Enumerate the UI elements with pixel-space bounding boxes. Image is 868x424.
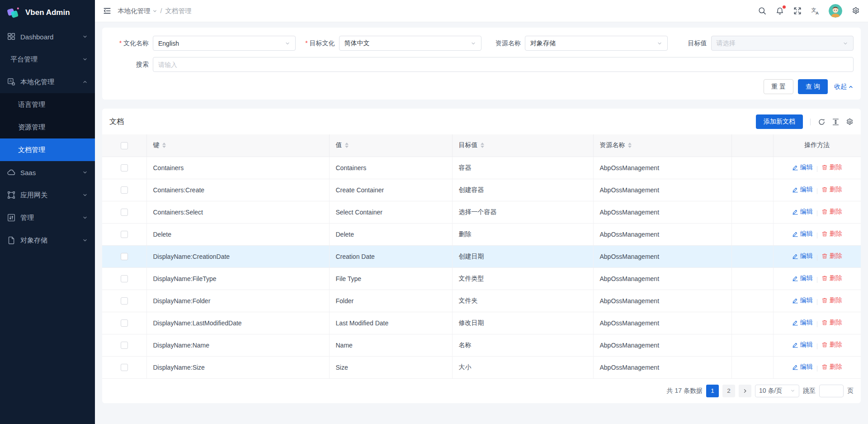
breadcrumb: 本地化管理 / 文档管理 <box>118 7 192 15</box>
dashboard-icon <box>7 33 15 41</box>
next-page-button[interactable] <box>739 385 751 397</box>
delete-button[interactable]: 删除 <box>821 230 842 238</box>
sidebar-item-management[interactable]: 管理 <box>0 206 95 229</box>
settings-gear-icon[interactable] <box>852 7 860 15</box>
row-checkbox[interactable] <box>121 342 128 349</box>
sidebar-item-localization[interactable]: A本地化管理 <box>0 71 95 93</box>
reset-button[interactable]: 重 置 <box>764 79 793 94</box>
translate-icon[interactable]: 文 A <box>811 7 819 15</box>
delete-button[interactable]: 删除 <box>821 296 842 305</box>
edit-button[interactable]: 编辑 <box>792 230 813 238</box>
pencil-icon <box>792 253 798 259</box>
action-divider <box>817 299 817 305</box>
chevron-up-icon <box>82 79 88 85</box>
cell-resource-name: AbpOssManagement <box>593 312 731 334</box>
row-checkbox[interactable] <box>121 364 128 371</box>
action-divider <box>817 166 817 172</box>
pencil-icon <box>792 342 798 348</box>
sidebar-item-label: 资源管理 <box>18 123 88 132</box>
table-settings-gear-icon[interactable] <box>846 118 854 126</box>
pencil-icon <box>792 164 798 171</box>
filter-row-1: 文化名称 English 目标文化 简体中文 <box>109 36 854 51</box>
table-header-row: 键 值 目标值 资源名称 操作方法 <box>102 134 861 157</box>
fullscreen-icon[interactable] <box>793 7 802 15</box>
page-button-2[interactable]: 2 <box>722 385 735 397</box>
select-all-checkbox[interactable] <box>121 142 128 149</box>
breadcrumb-separator: / <box>160 7 162 14</box>
edit-button[interactable]: 编辑 <box>792 319 813 327</box>
cell-key: DisplayName:Name <box>146 334 329 356</box>
row-checkbox[interactable] <box>121 209 128 216</box>
sort-icon[interactable] <box>345 143 349 148</box>
edit-button[interactable]: 编辑 <box>792 296 813 305</box>
target-culture-select[interactable]: 简体中文 <box>339 36 482 51</box>
notification-bell-icon[interactable] <box>776 7 784 15</box>
breadcrumb-parent[interactable]: 本地化管理 <box>118 7 157 15</box>
sort-icon[interactable] <box>162 143 166 148</box>
delete-button[interactable]: 删除 <box>821 252 842 260</box>
sidebar-item-label: 应用网关 <box>20 191 82 200</box>
collapse-filter-link[interactable]: 收起 <box>834 83 854 91</box>
query-button[interactable]: 查 询 <box>798 79 828 94</box>
jump-page-input[interactable] <box>819 385 844 397</box>
edit-button[interactable]: 编辑 <box>792 208 813 216</box>
table-row: DisplayName:CreationDateCreation Date创建日… <box>102 245 861 267</box>
app-logo[interactable]: Vben Admin <box>0 0 95 25</box>
logo-icon <box>6 6 21 19</box>
svg-text:A: A <box>816 10 819 15</box>
target-value-select[interactable]: 请选择 <box>711 36 854 51</box>
sidebar-item-language[interactable]: 语言管理 <box>0 93 95 116</box>
sidebar-item-oss[interactable]: 对象存储 <box>0 229 95 252</box>
page-size-value: 10 条/页 <box>759 387 782 395</box>
add-document-button[interactable]: 添加新文档 <box>756 114 803 129</box>
edit-button[interactable]: 编辑 <box>792 186 813 194</box>
refresh-icon[interactable] <box>818 118 826 126</box>
delete-button[interactable]: 删除 <box>821 208 842 216</box>
page-button-1[interactable]: 1 <box>706 385 719 397</box>
culture-name-select[interactable]: English <box>153 36 296 51</box>
sort-icon[interactable] <box>481 143 484 148</box>
page-size-select[interactable]: 10 条/页 <box>755 385 799 397</box>
row-checkbox[interactable] <box>121 186 128 194</box>
sort-icon[interactable] <box>628 143 632 148</box>
cell-spacer <box>731 201 773 223</box>
sidebar-item-resource[interactable]: 资源管理 <box>0 116 95 138</box>
row-checkbox[interactable] <box>121 297 128 305</box>
sidebar-item-document[interactable]: 文档管理 <box>0 138 95 161</box>
edit-button[interactable]: 编辑 <box>792 341 813 349</box>
sidebar-item-dashboard[interactable]: Dashboard <box>0 25 95 48</box>
edit-button[interactable]: 编辑 <box>792 252 813 260</box>
row-checkbox[interactable] <box>121 319 128 327</box>
table-row: DeleteDelete删除AbpOssManagement编辑删除 <box>102 223 861 245</box>
cell-value: Last Modified Date <box>329 312 452 334</box>
edit-button[interactable]: 编辑 <box>792 163 813 172</box>
delete-button[interactable]: 删除 <box>821 163 842 172</box>
resource-name-select[interactable]: 对象存储 <box>525 36 668 51</box>
pencil-icon <box>792 319 798 326</box>
edit-button[interactable]: 编辑 <box>792 274 813 282</box>
delete-button[interactable]: 删除 <box>821 319 842 327</box>
row-checkbox[interactable] <box>121 231 128 238</box>
delete-button[interactable]: 删除 <box>821 341 842 349</box>
field-label: 目标值 <box>668 39 711 48</box>
row-checkbox[interactable] <box>121 253 128 260</box>
delete-button[interactable]: 删除 <box>821 363 842 371</box>
sidebar-item-platform[interactable]: 平台管理 <box>0 48 95 71</box>
sidebar-collapse-icon[interactable] <box>103 7 111 15</box>
trash-icon <box>821 231 828 237</box>
row-height-icon[interactable] <box>832 118 840 126</box>
delete-button[interactable]: 删除 <box>821 186 842 194</box>
row-checkbox[interactable] <box>121 275 128 282</box>
select-value: English <box>158 40 179 47</box>
row-checkbox[interactable] <box>121 164 128 172</box>
sidebar-item-saas[interactable]: Saas <box>0 161 95 184</box>
chevron-down-icon <box>843 41 848 46</box>
delete-button[interactable]: 删除 <box>821 274 842 282</box>
sidebar-item-gateway[interactable]: 应用网关 <box>0 184 95 206</box>
cell-target-value: 修改日期 <box>452 312 593 334</box>
search-icon[interactable] <box>758 7 766 15</box>
avatar[interactable] <box>829 4 842 18</box>
search-input[interactable] <box>153 57 854 72</box>
filter-actions: 重 置 查 询 收起 <box>109 79 854 94</box>
edit-button[interactable]: 编辑 <box>792 363 813 371</box>
